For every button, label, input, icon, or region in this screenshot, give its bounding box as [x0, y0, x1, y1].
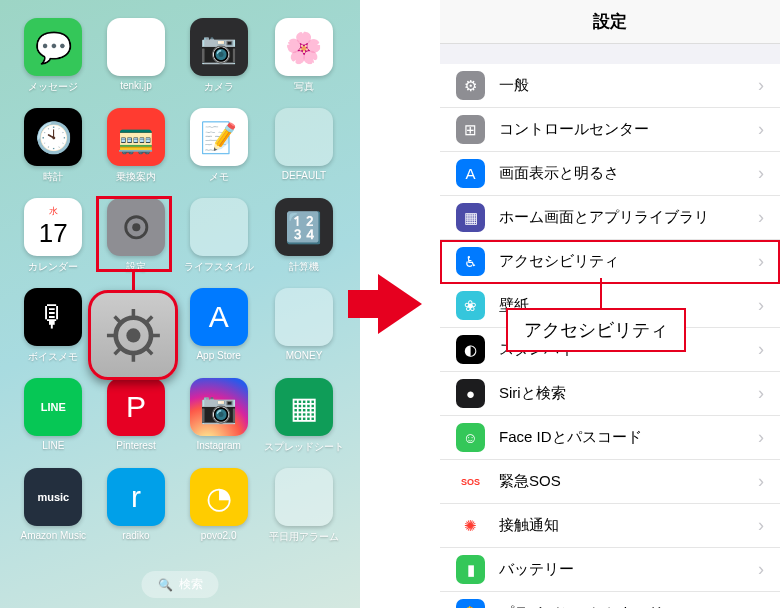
row-label: アクセシビリティ: [499, 252, 758, 271]
display-icon: A: [456, 159, 485, 188]
chevron-right-icon: ›: [758, 339, 764, 360]
settings-icon: [107, 198, 165, 256]
instagram-icon: 📷: [190, 378, 248, 436]
app-instagram[interactable]: 📷Instagram: [181, 378, 256, 454]
app-label: カメラ: [204, 80, 234, 94]
app-folder-alarm[interactable]: 平日用アラーム: [264, 468, 344, 544]
sos-icon: SOS: [456, 467, 485, 496]
settings-row-controlcenter[interactable]: ⊞コントロールセンター›: [440, 108, 780, 152]
voicememo-icon: 🎙: [24, 288, 82, 346]
chevron-right-icon: ›: [758, 295, 764, 316]
clock-icon: 🕙: [24, 108, 82, 166]
svg-line-8: [114, 316, 120, 322]
settings-row-sos[interactable]: SOS緊急SOS›: [440, 460, 780, 504]
row-label: ホーム画面とアプリライブラリ: [499, 208, 758, 227]
settings-row-faceid[interactable]: ☺Face IDとパスコード›: [440, 416, 780, 460]
chevron-right-icon: ›: [758, 603, 764, 608]
app-label: LINE: [42, 440, 64, 451]
settings-header: 設定: [440, 0, 780, 44]
app-tenki[interactable]: ☀tenki.jp: [99, 18, 174, 94]
app-label: Instagram: [196, 440, 240, 451]
app-line[interactable]: LINELINE: [16, 378, 91, 454]
app-radiko[interactable]: rradiko: [99, 468, 174, 544]
row-label: Siriと検索: [499, 384, 758, 403]
chevron-right-icon: ›: [758, 207, 764, 228]
app-appstore[interactable]: AApp Store: [181, 288, 256, 364]
app-label: App Store: [196, 350, 240, 361]
app-folder-life[interactable]: ライフスタイル: [181, 198, 256, 274]
settings-row-general[interactable]: ⚙一般›: [440, 64, 780, 108]
app-label: DEFAULT: [282, 170, 326, 181]
app-label: メッセージ: [28, 80, 78, 94]
pinterest-icon: P: [107, 378, 165, 436]
app-label: radiko: [122, 530, 149, 541]
amazonmusic-icon: music: [24, 468, 82, 526]
settings-row-exposure[interactable]: ✺接触通知›: [440, 504, 780, 548]
settings-row-accessibility[interactable]: ♿︎アクセシビリティ›: [440, 240, 780, 284]
appstore-icon: A: [190, 288, 248, 346]
row-label: Face IDとパスコード: [499, 428, 758, 447]
spotlight-search[interactable]: 🔍 検索: [142, 571, 219, 598]
app-message[interactable]: 💬メッセージ: [16, 18, 91, 94]
transit-icon: 🚃: [107, 108, 165, 166]
app-amazonmusic[interactable]: musicAmazon Music: [16, 468, 91, 544]
app-folder-default[interactable]: DEFAULT: [264, 108, 344, 184]
line-icon: LINE: [24, 378, 82, 436]
chevron-right-icon: ›: [758, 471, 764, 492]
chevron-right-icon: ›: [758, 515, 764, 536]
app-voicememo[interactable]: 🎙ボイスメモ: [16, 288, 91, 364]
photos-icon: 🌸: [275, 18, 333, 76]
standby-icon: ◐: [456, 335, 485, 364]
gear-icon: [104, 306, 163, 365]
app-notes[interactable]: 📝メモ: [181, 108, 256, 184]
sheets-icon: ▦: [275, 378, 333, 436]
app-label: 設定: [126, 260, 146, 274]
povo-icon: ◔: [190, 468, 248, 526]
app-folder-money[interactable]: MONEY: [264, 288, 344, 364]
row-label: 緊急SOS: [499, 472, 758, 491]
arrow-indicator: [360, 0, 440, 608]
settings-row-homescreen[interactable]: ▦ホーム画面とアプリライブラリ›: [440, 196, 780, 240]
row-label: バッテリー: [499, 560, 758, 579]
app-pinterest[interactable]: PPinterest: [99, 378, 174, 454]
app-calculator[interactable]: 🔢計算機: [264, 198, 344, 274]
app-clock[interactable]: 🕙時計: [16, 108, 91, 184]
privacy-icon: ✋: [456, 599, 485, 608]
chevron-right-icon: ›: [758, 251, 764, 272]
row-label: 画面表示と明るさ: [499, 164, 758, 183]
svg-line-10: [146, 316, 152, 322]
app-sheets[interactable]: ▦スプレッドシート: [264, 378, 344, 454]
row-label: プライバシーとセキュリティ: [499, 604, 758, 608]
spotlight-label: 検索: [179, 576, 203, 593]
chevron-right-icon: ›: [758, 427, 764, 448]
controlcenter-icon: ⊞: [456, 115, 485, 144]
app-label: 写真: [294, 80, 314, 94]
homescreen-icon: ▦: [456, 203, 485, 232]
wallpaper-icon: ❀: [456, 291, 485, 320]
app-label: 乗換案内: [116, 170, 156, 184]
calendar-icon: 水17: [24, 198, 82, 256]
app-calendar[interactable]: 水17カレンダー: [16, 198, 91, 274]
app-label: 平日用アラーム: [269, 530, 339, 544]
settings-row-privacy[interactable]: ✋プライバシーとセキュリティ›: [440, 592, 780, 608]
camera-icon: 📷: [190, 18, 248, 76]
general-icon: ⚙: [456, 71, 485, 100]
app-photos[interactable]: 🌸写真: [264, 18, 344, 94]
app-camera[interactable]: 📷カメラ: [181, 18, 256, 94]
svg-point-3: [126, 328, 140, 342]
chevron-right-icon: ›: [758, 559, 764, 580]
siri-icon: ●: [456, 379, 485, 408]
message-icon: 💬: [24, 18, 82, 76]
settings-row-battery[interactable]: ▮バッテリー›: [440, 548, 780, 592]
tenki-icon: ☀: [107, 18, 165, 76]
settings-row-siri[interactable]: ●Siriと検索›: [440, 372, 780, 416]
app-settings[interactable]: 設定: [99, 198, 174, 274]
search-icon: 🔍: [158, 578, 173, 592]
settings-row-display[interactable]: A画面表示と明るさ›: [440, 152, 780, 196]
row-label: 接触通知: [499, 516, 758, 535]
row-label: 一般: [499, 76, 758, 95]
app-transit[interactable]: 🚃乗換案内: [99, 108, 174, 184]
app-label: Pinterest: [116, 440, 155, 451]
app-povo[interactable]: ◔povo2.0: [181, 468, 256, 544]
settings-list: アクセシビリティ ⚙一般›⊞コントロールセンター›A画面表示と明るさ›▦ホーム画…: [440, 64, 780, 608]
